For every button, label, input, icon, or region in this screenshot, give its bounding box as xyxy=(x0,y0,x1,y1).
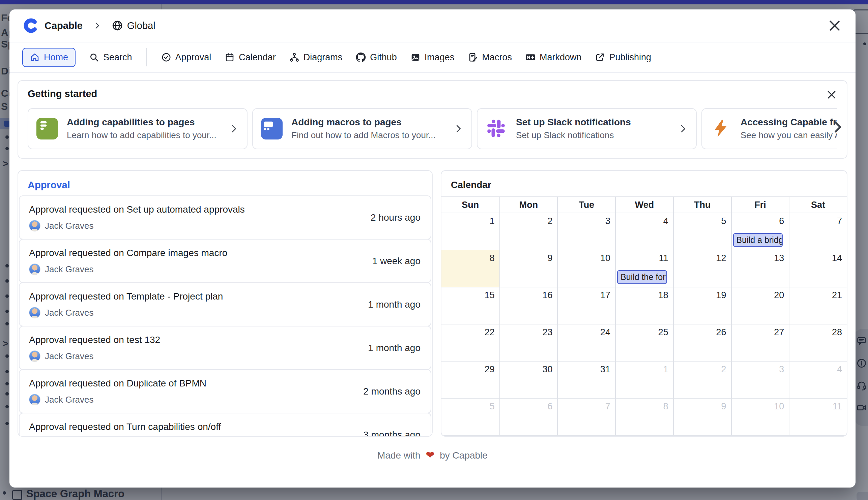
calendar-event[interactable]: Build the fort xyxy=(617,270,667,284)
calendar-day-cell[interactable]: 26 xyxy=(673,325,731,362)
calendar-day-cell[interactable]: 17 xyxy=(557,287,615,325)
calendar-day-cell[interactable]: 11 Build the fort xyxy=(615,250,673,287)
avatar xyxy=(29,350,41,362)
calendar-day-cell[interactable]: 20 xyxy=(731,287,789,325)
avatar xyxy=(29,220,41,231)
calendar-day-cell[interactable]: 23 xyxy=(499,325,557,362)
nav-label: Publishing xyxy=(609,52,651,62)
calendar-day-cell[interactable]: 2 xyxy=(499,213,557,250)
approval-item[interactable]: Approval requested on Template - Project… xyxy=(19,282,431,327)
getting-started-card[interactable]: Adding capabilities to pages Learn how t… xyxy=(27,108,247,149)
approval-item[interactable]: Approval requested on test 132 Jack Grav… xyxy=(19,326,431,370)
calendar-day-number: 7 xyxy=(605,401,610,412)
calendar-event[interactable]: Build a bridge xyxy=(733,233,783,247)
card-text: Set up Slack notifications Set up Slack … xyxy=(516,117,631,140)
approval-item[interactable]: Approval requested on Duplicate of BPMN … xyxy=(19,369,431,413)
calendar-day-cell[interactable]: 6 Build a bridge xyxy=(731,213,789,250)
calendar-day-number: 25 xyxy=(658,327,668,338)
calendar-day-cell[interactable]: 8 xyxy=(442,250,499,287)
calendar-day-number: 5 xyxy=(721,216,726,226)
calendar-day-cell[interactable]: 27 xyxy=(731,325,789,362)
carousel-next-button[interactable] xyxy=(830,120,845,134)
calendar-day-number: 13 xyxy=(774,253,784,263)
calendar-day-cell[interactable]: 21 xyxy=(789,287,847,325)
approval-item-time: 2 months ago xyxy=(363,386,421,397)
approval-panel-title[interactable]: Approval xyxy=(18,171,432,195)
nav-item-github[interactable]: Github xyxy=(356,52,397,62)
calendar-day-cell[interactable]: 24 xyxy=(557,325,615,362)
nav-item-approval[interactable]: Approval xyxy=(161,52,211,62)
calendar-day-cell[interactable]: 22 xyxy=(442,325,499,362)
calendar-day-cell[interactable]: 1 xyxy=(442,213,499,250)
calendar-day-number: 21 xyxy=(832,290,842,300)
calendar-day-cell[interactable]: 6 xyxy=(499,399,557,436)
calendar-day-cell[interactable]: 11 xyxy=(789,399,847,436)
calendar-day-cell[interactable]: 1 xyxy=(615,362,673,399)
getting-started-close-button[interactable] xyxy=(826,89,837,100)
calendar-day-cell[interactable]: 10 xyxy=(557,250,615,287)
nav-label: Calendar xyxy=(239,52,276,62)
calendar-day-cell[interactable]: 30 xyxy=(499,362,557,399)
calendar-day-number: 6 xyxy=(779,216,784,226)
calendar-day-cell[interactable]: 14 xyxy=(789,250,847,287)
getting-started-card[interactable]: Accessing Capable from See how you can e… xyxy=(701,108,837,149)
breadcrumb-chevron-icon xyxy=(93,21,101,30)
getting-started-card[interactable]: Adding macros to pages Find out how to a… xyxy=(252,108,472,149)
approval-item-title: Approval requested on Duplicate of BPMN xyxy=(29,378,421,389)
chevron-right-icon xyxy=(678,124,688,134)
calendar-grid: 1 2 3 4 5 6 Build a bridge 7 8 9 10 11 B… xyxy=(442,213,847,436)
calendar-day-cell[interactable]: 18 xyxy=(615,287,673,325)
nav-item-publishing[interactable]: Publishing xyxy=(595,52,651,62)
calendar-day-cell[interactable]: 13 xyxy=(731,250,789,287)
nav-icon xyxy=(89,52,99,62)
nav-label: Approval xyxy=(175,52,211,62)
calendar-day-cell[interactable]: 3 xyxy=(557,213,615,250)
calendar-day-cell[interactable]: 3 xyxy=(731,362,789,399)
approval-item[interactable]: Approval requested on Set up automated a… xyxy=(19,195,431,240)
nav-icon xyxy=(468,52,478,62)
footer-text-after: by Capable xyxy=(440,450,488,461)
nav-item-macros[interactable]: Macros xyxy=(468,52,512,62)
nav-icon xyxy=(525,52,535,62)
nav-item-images[interactable]: Images xyxy=(410,52,455,62)
calendar-day-cell[interactable]: 7 xyxy=(789,213,847,250)
calendar-day-cell[interactable]: 28 xyxy=(789,325,847,362)
nav-item-search[interactable]: Search xyxy=(89,52,132,62)
calendar-day-cell[interactable]: 5 xyxy=(442,399,499,436)
nav-item-markdown[interactable]: Markdown xyxy=(525,52,582,62)
calendar-day-cell[interactable]: 9 xyxy=(499,250,557,287)
card-icon xyxy=(710,118,732,139)
calendar-day-cell[interactable]: 19 xyxy=(673,287,731,325)
calendar-day-cell[interactable]: 10 xyxy=(731,399,789,436)
calendar-day-cell[interactable]: 2 xyxy=(673,362,731,399)
calendar-icon xyxy=(225,52,235,62)
calendar-day-cell[interactable]: 4 xyxy=(615,213,673,250)
calendar-day-number: 22 xyxy=(485,327,495,338)
nav-item-diagrams[interactable]: Diagrams xyxy=(289,52,343,62)
nav-item-home[interactable]: Home xyxy=(22,48,76,67)
calendar-day-number: 18 xyxy=(658,290,668,300)
nav-label: Home xyxy=(44,52,68,62)
calendar-day-cell[interactable]: 16 xyxy=(499,287,557,325)
calendar-day-cell[interactable]: 31 xyxy=(557,362,615,399)
calendar-day-cell[interactable]: 5 xyxy=(673,213,731,250)
calendar-day-cell[interactable]: 15 xyxy=(442,287,499,325)
approval-item[interactable]: Approval requested on Turn capabilities … xyxy=(19,413,431,437)
approval-item[interactable]: Approval requested on Compare images mac… xyxy=(19,239,431,283)
calendar-day-cell[interactable]: 9 xyxy=(673,399,731,436)
approval-item-meta: Jack Graves xyxy=(29,350,421,362)
calendar-day-cell[interactable]: 29 xyxy=(442,362,499,399)
calendar-weekday-fri: Fri xyxy=(731,197,789,213)
calendar-day-number: 31 xyxy=(600,364,610,375)
nav-label: Diagrams xyxy=(303,52,343,62)
calendar-day-cell[interactable]: 7 xyxy=(557,399,615,436)
calendar-day-cell[interactable]: 8 xyxy=(615,399,673,436)
calendar-day-cell[interactable]: 4 xyxy=(789,362,847,399)
nav-item-calendar[interactable]: Calendar xyxy=(225,52,276,62)
modal-close-button[interactable] xyxy=(827,18,842,33)
calendar-day-cell[interactable]: 25 xyxy=(615,325,673,362)
nav-icon xyxy=(595,52,605,62)
calendar-day-cell[interactable]: 12 xyxy=(673,250,731,287)
calendar-day-number: 11 xyxy=(833,401,842,412)
getting-started-card[interactable]: Set up Slack notifications Set up Slack … xyxy=(477,108,697,149)
